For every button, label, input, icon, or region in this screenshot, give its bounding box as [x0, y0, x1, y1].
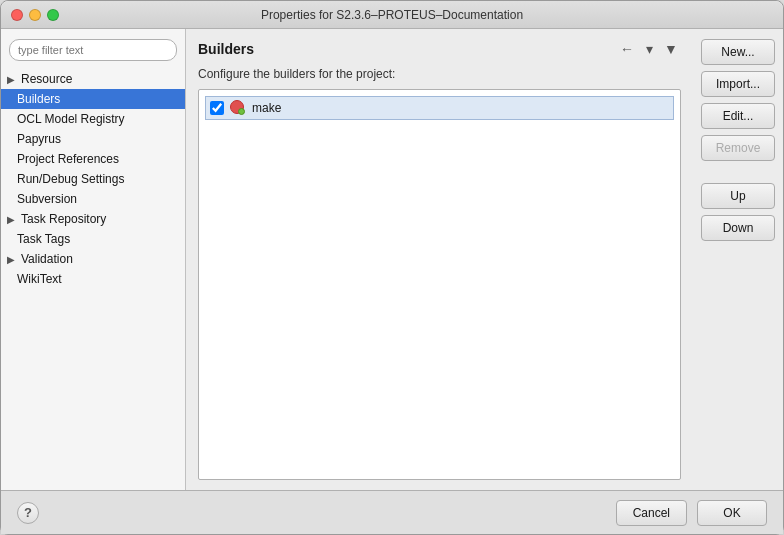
window-title: Properties for S2.3.6–PROTEUS–Documentat…	[261, 8, 523, 22]
new-button[interactable]: New...	[701, 39, 775, 65]
arrow-icon: ▶	[7, 214, 15, 225]
forward-icon-button[interactable]: ▾	[639, 39, 659, 59]
main-window: Properties for S2.3.6–PROTEUS–Documentat…	[0, 0, 784, 535]
sidebar-item-task-repository[interactable]: ▶ Task Repository	[1, 209, 185, 229]
down-button[interactable]: Down	[701, 215, 775, 241]
spacer	[701, 167, 771, 177]
section-header: Builders ← ▾ ▼	[198, 39, 681, 59]
back-icon-button[interactable]: ←	[617, 39, 637, 59]
sidebar-item-label: Task Repository	[21, 212, 106, 226]
cancel-button[interactable]: Cancel	[616, 500, 687, 526]
sidebar-item-label: Papyrus	[17, 132, 61, 146]
sidebar-item-resource[interactable]: ▶ Resource	[1, 69, 185, 89]
edit-button[interactable]: Edit...	[701, 103, 775, 129]
sidebar-item-label: Project References	[17, 152, 119, 166]
section-title: Builders	[198, 41, 254, 57]
bottom-buttons: Cancel OK	[616, 500, 767, 526]
main-content: Builders ← ▾ ▼ Configure the builders fo…	[186, 29, 693, 490]
maximize-button[interactable]	[47, 9, 59, 21]
right-panel: New... Import... Edit... Remove Up Down	[693, 29, 783, 490]
sidebar-item-run-debug-settings[interactable]: Run/Debug Settings	[1, 169, 185, 189]
sidebar-item-wikitext[interactable]: WikiText	[1, 269, 185, 289]
sidebar-item-validation[interactable]: ▶ Validation	[1, 249, 185, 269]
sidebar-item-papyrus[interactable]: Papyrus	[1, 129, 185, 149]
builder-label-make: make	[252, 101, 281, 115]
ok-button[interactable]: OK	[697, 500, 767, 526]
bottom-bar: ? Cancel OK	[1, 490, 783, 534]
sidebar-item-label: Run/Debug Settings	[17, 172, 124, 186]
sidebar-item-label: Builders	[17, 92, 60, 106]
filter-input[interactable]	[9, 39, 177, 61]
sidebar-item-label: Resource	[21, 72, 72, 86]
builder-item-make[interactable]: make	[205, 96, 674, 120]
builder-checkbox-make[interactable]	[210, 101, 224, 115]
help-button[interactable]: ?	[17, 502, 39, 524]
header-icons: ← ▾ ▼	[617, 39, 681, 59]
remove-button[interactable]: Remove	[701, 135, 775, 161]
builders-list: make	[198, 89, 681, 480]
menu-icon-button[interactable]: ▼	[661, 39, 681, 59]
builder-icon-make	[230, 100, 246, 116]
sidebar-item-label: Task Tags	[17, 232, 70, 246]
import-button[interactable]: Import...	[701, 71, 775, 97]
description-text: Configure the builders for the project:	[198, 67, 681, 81]
sidebar-item-label: OCL Model Registry	[17, 112, 125, 126]
window-body: ▶ Resource Builders OCL Model Registry P…	[1, 29, 783, 490]
sidebar-item-ocl-model-registry[interactable]: OCL Model Registry	[1, 109, 185, 129]
arrow-icon: ▶	[7, 254, 15, 265]
minimize-button[interactable]	[29, 9, 41, 21]
title-bar: Properties for S2.3.6–PROTEUS–Documentat…	[1, 1, 783, 29]
filter-wrap	[1, 35, 185, 69]
sidebar-item-task-tags[interactable]: Task Tags	[1, 229, 185, 249]
arrow-icon: ▶	[7, 74, 15, 85]
sidebar-item-builders[interactable]: Builders	[1, 89, 185, 109]
builder-icon-circle	[230, 100, 244, 114]
sidebar-item-label: Validation	[21, 252, 73, 266]
sidebar-item-label: WikiText	[17, 272, 62, 286]
sidebar-item-subversion[interactable]: Subversion	[1, 189, 185, 209]
close-button[interactable]	[11, 9, 23, 21]
sidebar: ▶ Resource Builders OCL Model Registry P…	[1, 29, 186, 490]
up-button[interactable]: Up	[701, 183, 775, 209]
sidebar-item-label: Subversion	[17, 192, 77, 206]
sidebar-item-project-references[interactable]: Project References	[1, 149, 185, 169]
traffic-lights	[11, 9, 59, 21]
